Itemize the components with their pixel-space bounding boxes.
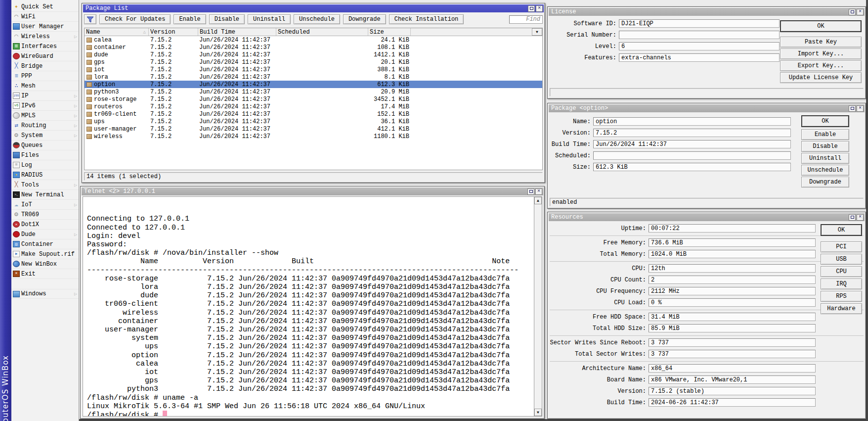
- table-row[interactable]: rose-storage7.15.2Jun/26/2024 11:42:3734…: [85, 95, 542, 103]
- license-titlebar[interactable]: License ×: [549, 8, 865, 16]
- unschedule-button[interactable]: Unschedule: [801, 165, 849, 176]
- cpu-field[interactable]: 12th: [649, 264, 816, 273]
- cpu-load-field[interactable]: 0 %: [649, 298, 816, 307]
- close-button[interactable]: ×: [857, 105, 864, 112]
- column-header-build-time[interactable]: Build Time: [198, 28, 276, 36]
- sidebar-item-wireguard[interactable]: WireGuard: [11, 51, 79, 61]
- table-row[interactable]: iot7.15.2Jun/26/2024 11:42:37388.1 KiB: [85, 66, 542, 73]
- usb-button[interactable]: USB: [821, 254, 862, 265]
- scroll-down-icon[interactable]: ▼: [534, 409, 542, 416]
- table-row[interactable]: routeros7.15.2Jun/26/2024 11:42:3717.4 M…: [85, 103, 542, 110]
- sector-writes-since-reboot-field[interactable]: 3 737: [649, 338, 816, 347]
- table-row[interactable]: ups7.15.2Jun/26/2024 11:42:3736.1 KiB: [85, 118, 542, 125]
- sidebar-item-tr069[interactable]: TR069: [11, 210, 79, 220]
- sidebar-item-wireless[interactable]: Wireless▷: [11, 32, 79, 42]
- table-row[interactable]: calea7.15.2Jun/26/2024 11:42:3724.1 KiB: [85, 36, 542, 44]
- version-field[interactable]: 7.15.2 (stable): [649, 387, 816, 395]
- package-list-titlebar[interactable]: Package List ×: [83, 4, 544, 12]
- architecture-name-field[interactable]: x86_64: [649, 364, 816, 373]
- terminal-output[interactable]: Connecting to 127.0.0.1 Connected to 127…: [83, 197, 542, 417]
- build-time-field[interactable]: 2024-06-26 11:42:37: [649, 398, 816, 407]
- table-row[interactable]: wireless7.15.2Jun/26/2024 11:42:371180.1…: [85, 133, 542, 140]
- table-row[interactable]: user-manager7.15.2Jun/26/2024 11:42:3741…: [85, 125, 542, 133]
- downgrade-button[interactable]: Downgrade: [343, 14, 386, 24]
- disable-button[interactable]: Disable: [209, 14, 245, 24]
- table-row[interactable]: option7.15.2Jun/26/2024 11:42:37612.3 Ki…: [85, 81, 542, 88]
- close-button[interactable]: ×: [857, 9, 864, 15]
- free-hdd-space-field[interactable]: 31.4 MiB: [649, 313, 816, 321]
- sidebar-item-ipv6[interactable]: IPv6▷: [11, 101, 79, 111]
- close-button[interactable]: ×: [857, 214, 864, 221]
- version-field[interactable]: 7.15.2: [593, 129, 791, 137]
- sidebar-item-system[interactable]: System▷: [11, 131, 79, 140]
- cpu-button[interactable]: CPU: [821, 266, 862, 277]
- sidebar-item-iot[interactable]: IoT▷: [11, 200, 79, 210]
- table-row[interactable]: container7.15.2Jun/26/2024 11:42:37108.1…: [85, 44, 542, 51]
- total-sector-writes-field[interactable]: 3 737: [649, 350, 816, 358]
- cpu-count-field[interactable]: 2: [649, 276, 816, 284]
- ok-button[interactable]: OK: [801, 115, 849, 127]
- telnet-titlebar[interactable]: Telnet <2> 127.0.0.1 ×: [82, 187, 543, 195]
- find-input[interactable]: [509, 15, 543, 24]
- close-button[interactable]: ×: [536, 5, 543, 12]
- sidebar-item-queues[interactable]: Queues: [11, 140, 79, 150]
- ok-button[interactable]: OK: [780, 20, 862, 32]
- ok-button[interactable]: OK: [821, 224, 862, 236]
- hardware-button[interactable]: Hardware: [821, 303, 862, 314]
- resources-titlebar[interactable]: Resources ×: [549, 213, 865, 221]
- sidebar-item-wifi[interactable]: WiFi: [11, 12, 79, 22]
- table-row[interactable]: tr069-client7.15.2Jun/26/2024 11:42:3715…: [85, 110, 542, 118]
- maximize-button[interactable]: [527, 188, 534, 195]
- uptime-field[interactable]: 00:07:22: [649, 224, 816, 233]
- total-memory-field[interactable]: 1024.0 MiB: [649, 250, 816, 258]
- sidebar-item-interfaces[interactable]: Interfaces: [11, 42, 79, 51]
- software-id-field[interactable]: DJ21-EIQP: [619, 19, 780, 28]
- sidebar-item-user-manager[interactable]: User Manager: [11, 22, 79, 32]
- uninstall-button[interactable]: Uninstall: [801, 153, 849, 164]
- maximize-button[interactable]: [849, 105, 856, 112]
- column-header-name[interactable]: Name△: [85, 28, 149, 36]
- enable-button[interactable]: Enable: [801, 129, 849, 140]
- filter-button[interactable]: [84, 14, 96, 24]
- sidebar-item-radius[interactable]: RADIUS: [11, 170, 79, 180]
- column-header-size[interactable]: Size: [368, 28, 411, 36]
- build-time-field[interactable]: Jun/26/2024 11:42:37: [593, 140, 791, 148]
- level-field[interactable]: 6: [619, 42, 780, 50]
- table-row[interactable]: gps7.15.2Jun/26/2024 11:42:3720.1 KiB: [85, 58, 542, 66]
- sidebar-item-mpls[interactable]: MPLS▷: [11, 111, 79, 121]
- sidebar-item-new-winbox[interactable]: New WinBox: [11, 259, 79, 269]
- maximize-button[interactable]: [849, 214, 856, 221]
- sidebar-item-mesh[interactable]: Mesh: [11, 81, 79, 91]
- serial-number-field[interactable]: [619, 31, 780, 39]
- sidebar-item-container[interactable]: Container: [11, 239, 79, 249]
- column-selector-button[interactable]: ▼: [532, 28, 542, 36]
- pci-button[interactable]: PCI: [821, 241, 862, 252]
- terminal[interactable]: Connecting to 127.0.0.1 Connected to 127…: [83, 196, 542, 417]
- package-option-titlebar[interactable]: Package <option> ×: [549, 104, 865, 112]
- board-name-field[interactable]: x86 VMware, Inc. VMware20,1: [649, 375, 816, 384]
- irq-button[interactable]: IRQ: [821, 279, 862, 289]
- scheduled-field[interactable]: [593, 151, 791, 160]
- maximize-button[interactable]: [528, 5, 535, 12]
- sidebar-item-dot1x[interactable]: Dot1X: [11, 220, 79, 230]
- export-key-button[interactable]: Export Key...: [780, 60, 862, 71]
- sidebar-item-quick-set[interactable]: Quick Set: [11, 2, 79, 12]
- column-header-scheduled[interactable]: Scheduled: [276, 28, 368, 36]
- downgrade-button[interactable]: Downgrade: [801, 177, 849, 187]
- enable-button[interactable]: Enable: [174, 14, 206, 24]
- free-memory-field[interactable]: 736.6 MiB: [649, 238, 816, 247]
- table-row[interactable]: lora7.15.2Jun/26/2024 11:42:378.1 KiB: [85, 73, 542, 81]
- sidebar-item-exit[interactable]: Exit: [11, 269, 79, 279]
- table-row[interactable]: dude7.15.2Jun/26/2024 11:42:371412.1 KiB: [85, 51, 542, 58]
- cpu-frequency-field[interactable]: 2112 MHz: [649, 287, 816, 295]
- sidebar-item-tools[interactable]: Tools▷: [11, 180, 79, 190]
- sidebar-item-bridge[interactable]: Bridge: [11, 61, 79, 71]
- update-license-key-button[interactable]: Update License Key: [780, 72, 862, 83]
- scroll-up-icon[interactable]: ▲: [534, 197, 542, 204]
- disable-button[interactable]: Disable: [801, 141, 849, 152]
- sidebar-item-make-supout-rif[interactable]: Make Supout.rif: [11, 249, 79, 259]
- sidebar-item-dude[interactable]: Dude▷: [11, 230, 79, 239]
- sidebar-item-ip[interactable]: IP▷: [11, 91, 79, 101]
- sidebar-item-files[interactable]: Files: [11, 150, 79, 160]
- uninstall-button[interactable]: Uninstall: [248, 14, 291, 24]
